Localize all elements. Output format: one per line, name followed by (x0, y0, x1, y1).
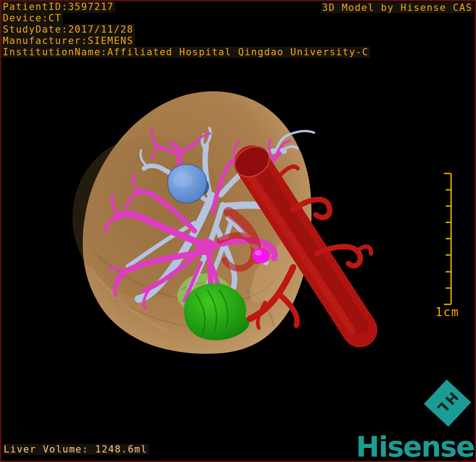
watermark-title: 3D Model by Hisense CAS (321, 2, 474, 13)
patient-id-line: PatientID:3597217 (1, 1, 370, 13)
device-line: Device:CT (1, 13, 370, 24)
patient-id-text: PatientID:3597217 (1, 1, 115, 13)
scale-label: 1cm (435, 305, 459, 319)
study-date-text: StudyDate:2017/11/28 (1, 24, 135, 35)
liver-volume-readout: Liver Volume: 1248.6ml (2, 444, 149, 455)
institution-text: InstitutionName:Affiliated Hospital Qing… (1, 47, 370, 58)
hisense-wordmark: Hisense (356, 433, 474, 461)
watermark-text: 3D Model by Hisense CAS (321, 2, 474, 13)
study-date-line: StudyDate:2017/11/28 (1, 24, 370, 35)
device-text: Device:CT (1, 13, 63, 24)
lesion-marker (252, 248, 270, 263)
liver-volume-text: Liver Volume: 1248.6ml (2, 444, 149, 455)
cas-3d-viewer-window: 1cm PatientID:3597217 Device:CT StudyDat… (0, 0, 476, 462)
patient-info-block: PatientID:3597217 Device:CT StudyDate:20… (1, 1, 370, 58)
3d-model-viewport[interactable]: 1cm (0, 0, 476, 462)
institution-line: InstitutionName:Affiliated Hospital Qing… (1, 47, 370, 58)
scale-ruler: 1cm (435, 173, 459, 319)
manufacturer-line: Manufacturer:SIEMENS (1, 35, 370, 47)
manufacturer-text: Manufacturer:SIEMENS (1, 35, 135, 47)
